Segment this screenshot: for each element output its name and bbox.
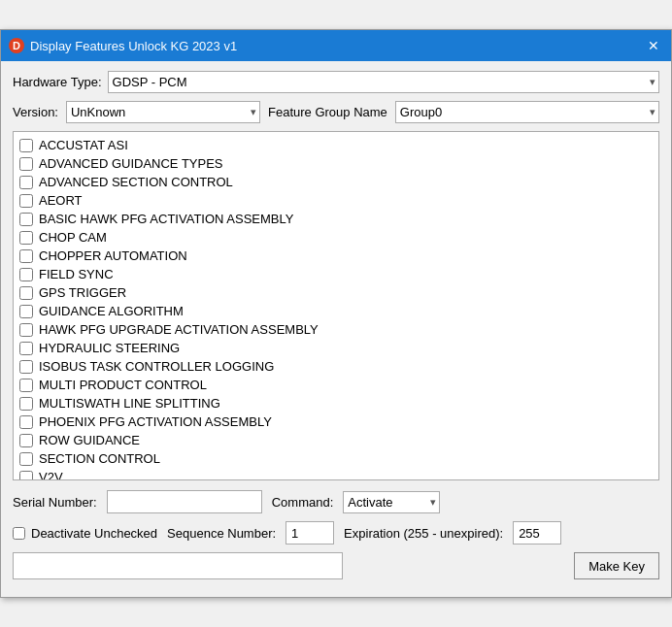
list-item: FIELD SYNC (19, 265, 653, 283)
feature-checkbox[interactable] (19, 231, 33, 245)
deactivate-unchecked-checkbox[interactable] (13, 527, 25, 540)
feature-checkbox[interactable] (19, 249, 33, 263)
output-input[interactable] (13, 552, 343, 579)
version-select[interactable]: UnKnown (66, 101, 260, 123)
feature-checkbox[interactable] (19, 305, 33, 318)
content-area: Hardware Type: GDSP - PCM Version: UnKno… (1, 61, 671, 597)
feature-name-label: AEORT (39, 193, 83, 208)
list-item: MULTI PRODUCT CONTROL (19, 376, 653, 394)
list-item: AEORT (19, 191, 653, 210)
feature-checkbox[interactable] (19, 286, 33, 300)
version-row: Version: UnKnown Feature Group Name Grou… (13, 101, 659, 123)
feature-name-label: SECTION CONTROL (39, 451, 160, 466)
feature-checkbox[interactable] (19, 471, 33, 481)
feature-name-label: CHOPPER AUTOMATION (39, 248, 187, 263)
list-item: GUIDANCE ALGORITHM (19, 302, 653, 320)
feature-checkbox[interactable] (19, 415, 33, 429)
feature-checkbox[interactable] (19, 194, 33, 208)
feature-name-label: GUIDANCE ALGORITHM (39, 304, 184, 318)
list-item: ADVANCED SECTION CONTROL (19, 173, 653, 191)
feature-name-label: MULTISWATH LINE SPLITTING (39, 396, 220, 411)
list-item: PHOENIX PFG ACTIVATION ASSEMBLY (19, 412, 653, 431)
feature-checkbox[interactable] (19, 397, 33, 411)
feature-checkbox[interactable] (19, 213, 33, 226)
feature-name-label: ADVANCED GUIDANCE TYPES (39, 156, 223, 171)
hardware-label: Hardware Type: (13, 75, 102, 89)
make-key-button[interactable]: Make Key (574, 552, 659, 579)
expiration-input[interactable] (513, 521, 561, 544)
title-bar: D Display Features Unlock KG 2023 v1 ✕ (1, 30, 671, 61)
deactivate-unchecked-label: Deactivate Unchecked (31, 526, 157, 541)
feature-name-label: ADVANCED SECTION CONTROL (39, 175, 233, 189)
feature-name-label: FIELD SYNC (39, 267, 114, 281)
list-item: HYDRAULIC STEERING (19, 339, 653, 357)
hardware-row: Hardware Type: GDSP - PCM (13, 71, 659, 93)
feature-name-label: HYDRAULIC STEERING (39, 341, 180, 355)
feature-name-label: HAWK PFG UPGRADE ACTIVATION ASSEMBLY (39, 322, 319, 337)
list-item: CHOPPER AUTOMATION (19, 247, 653, 265)
sequence-number-input[interactable] (286, 521, 334, 544)
feature-name-label: BASIC HAWK PFG ACTIVATION ASSEMBLY (39, 212, 293, 226)
expiration-label: Expiration (255 - unexpired): (344, 526, 503, 541)
hardware-select-wrapper: GDSP - PCM (108, 71, 659, 93)
list-item: ADVANCED GUIDANCE TYPES (19, 154, 653, 173)
list-item: ISOBUS TASK CONTROLLER LOGGING (19, 357, 653, 376)
feature-name-label: MULTI PRODUCT CONTROL (39, 378, 207, 392)
deactivate-row: Deactivate Unchecked Sequence Number: Ex… (13, 521, 659, 544)
feature-name-label: GPS TRIGGER (39, 285, 126, 300)
list-item: CHOP CAM (19, 228, 653, 247)
feature-name-label: ISOBUS TASK CONTROLLER LOGGING (39, 359, 274, 374)
sequence-number-label: Sequence Number: (167, 526, 276, 541)
serial-number-label: Serial Number: (13, 495, 97, 510)
feature-checkbox[interactable] (19, 157, 33, 171)
feature-checkbox[interactable] (19, 139, 33, 152)
window-title: Display Features Unlock KG 2023 v1 (30, 39, 237, 53)
feature-checkbox[interactable] (19, 176, 33, 189)
main-window: D Display Features Unlock KG 2023 v1 ✕ H… (0, 29, 672, 598)
list-item: SECTION CONTROL (19, 449, 653, 468)
list-item: BASIC HAWK PFG ACTIVATION ASSEMBLY (19, 210, 653, 228)
list-item: ROW GUIDANCE (19, 431, 653, 449)
feature-name-label: ROW GUIDANCE (39, 433, 140, 447)
version-label: Version: (13, 105, 58, 119)
group-select-wrapper: Group0 (395, 101, 659, 123)
deactivate-unchecked-container: Deactivate Unchecked (13, 526, 157, 541)
list-item: ACCUSTAT ASI (19, 136, 653, 154)
feature-name-label: CHOP CAM (39, 230, 107, 245)
list-item: MULTISWATH LINE SPLITTING (19, 394, 653, 412)
list-item: GPS TRIGGER (19, 283, 653, 302)
list-item: HAWK PFG UPGRADE ACTIVATION ASSEMBLY (19, 320, 653, 339)
serial-number-input[interactable] (107, 490, 262, 513)
feature-name-label: ACCUSTAT ASI (39, 138, 128, 152)
version-select-wrapper: UnKnown (66, 101, 260, 123)
title-bar-left: D Display Features Unlock KG 2023 v1 (9, 38, 237, 53)
feature-list: ACCUSTAT ASIADVANCED GUIDANCE TYPESADVAN… (13, 131, 659, 480)
close-button[interactable]: ✕ (644, 36, 663, 55)
group-select[interactable]: Group0 (395, 101, 659, 123)
feature-checkbox[interactable] (19, 434, 33, 447)
command-label: Command: (272, 495, 334, 510)
feature-name-label: V2V (39, 470, 63, 480)
serial-command-row: Serial Number: Command: Activate Deactiv… (13, 490, 659, 513)
command-select-wrapper: Activate Deactivate (343, 491, 440, 513)
command-select[interactable]: Activate Deactivate (343, 491, 440, 513)
feature-checkbox[interactable] (19, 379, 33, 392)
feature-name-label: PHOENIX PFG ACTIVATION ASSEMBLY (39, 414, 272, 429)
feature-checkbox[interactable] (19, 323, 33, 337)
list-item: V2V (19, 468, 653, 480)
feature-checkbox[interactable] (19, 268, 33, 281)
app-icon: D (9, 38, 24, 53)
output-row: Make Key (13, 552, 659, 579)
feature-checkbox[interactable] (19, 342, 33, 355)
feature-checkbox[interactable] (19, 452, 33, 466)
hardware-select[interactable]: GDSP - PCM (108, 71, 659, 93)
group-label: Feature Group Name (268, 105, 387, 119)
feature-checkbox[interactable] (19, 360, 33, 374)
